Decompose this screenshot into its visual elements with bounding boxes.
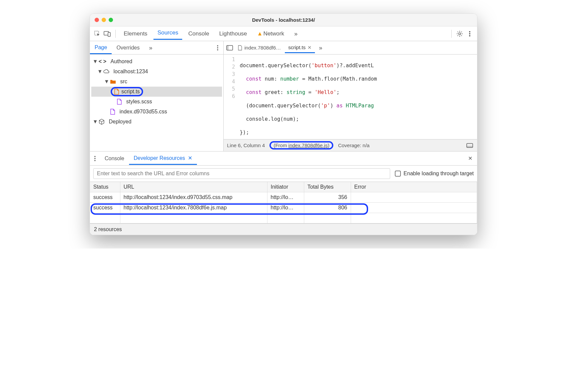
tree-file-styles-scss[interactable]: styles.scss	[91, 97, 222, 107]
checkbox-label: Enable loading through target	[404, 171, 474, 177]
tree-label: localhost:1234	[113, 69, 148, 75]
tree-folder-src[interactable]: ▼ src	[91, 77, 222, 87]
highlight-ring: script.ts	[111, 87, 143, 96]
svg-rect-13	[467, 146, 473, 148]
tree-group-authored[interactable]: ▼< > Authored	[91, 57, 222, 67]
code-editor[interactable]: 123456 document.querySelector('button')?…	[224, 55, 477, 139]
close-drawer-tab-icon[interactable]: ✕	[188, 155, 192, 161]
cloud-icon	[103, 69, 109, 74]
tree-file-script-ts[interactable]: script.ts	[91, 87, 222, 97]
tree-label: Authored	[111, 59, 132, 65]
close-window-button[interactable]	[95, 18, 99, 22]
col-error[interactable]: Error	[351, 182, 477, 192]
more-tabs-button[interactable]: »	[290, 29, 302, 38]
file-icon	[117, 99, 122, 105]
settings-gear-icon[interactable]	[456, 30, 464, 38]
table-header-row: Status URL Initiator Total Bytes Error	[90, 182, 477, 192]
nav-tab-overrides[interactable]: Overrides	[112, 42, 144, 54]
zoom-window-button[interactable]	[109, 18, 113, 22]
navigator-tabs: Page Overrides »	[90, 41, 223, 55]
tree-label: src	[120, 79, 127, 85]
search-input[interactable]	[93, 168, 390, 179]
editor-tab-script[interactable]: script.ts ✕	[285, 42, 315, 53]
drawer: Console Developer Resources ✕ ✕ Enable l…	[90, 152, 477, 235]
folder-icon	[110, 79, 116, 84]
drawer-tab-label: Developer Resources	[134, 155, 185, 161]
tree-host[interactable]: ▼ localhost:1234	[91, 67, 222, 77]
file-tree: ▼< > Authored ▼ localhost:1234 ▼ src scr…	[90, 55, 223, 151]
file-icon	[114, 89, 119, 95]
resources-table: Status URL Initiator Total Bytes Error s…	[90, 182, 477, 223]
svg-point-9	[217, 49, 218, 51]
separator	[115, 30, 116, 38]
enable-loading-toggle[interactable]: Enable loading through target	[395, 171, 474, 177]
tab-network[interactable]: ▲Network	[253, 29, 288, 38]
toggle-debugger-icon[interactable]	[466, 141, 474, 150]
editor-pane: index.7808df6… script.ts ✕ » 123456 docu…	[224, 41, 477, 151]
resources-table-wrap: Status URL Initiator Total Bytes Error s…	[90, 182, 477, 223]
window-title: DevTools - localhost:1234/	[90, 17, 477, 23]
table-row[interactable]: success http://localhost:1234/index.d970…	[90, 192, 477, 203]
coverage-status: Coverage: n/a	[338, 142, 369, 148]
close-drawer-icon[interactable]: ✕	[463, 155, 477, 162]
col-initiator[interactable]: Initiator	[267, 182, 304, 192]
kebab-menu-icon[interactable]	[466, 30, 474, 38]
drawer-controls: Enable loading through target	[90, 166, 477, 182]
source-map-link[interactable]: (From index.7808df6e.js)	[273, 142, 329, 148]
col-status[interactable]: Status	[90, 182, 120, 192]
svg-point-4	[469, 31, 470, 32]
titlebar: DevTools - localhost:1234/	[90, 14, 477, 26]
separator	[451, 30, 452, 38]
devtools-window: DevTools - localhost:1234/ Elements Sour…	[90, 13, 477, 235]
editor-more-tabs[interactable]: »	[316, 43, 326, 53]
tab-lighthouse[interactable]: Lighthouse	[215, 29, 251, 38]
main-toolbar: Elements Sources Console Lighthouse ▲Net…	[90, 26, 477, 41]
svg-rect-2	[108, 32, 110, 36]
svg-point-16	[94, 160, 96, 161]
table-row[interactable]: success http://localhost:1234/index.7808…	[90, 203, 477, 213]
code-icon: < >	[99, 59, 106, 65]
toggle-navigator-icon[interactable]	[226, 44, 234, 52]
nav-more-tabs[interactable]: »	[144, 42, 157, 54]
device-toolbar-icon[interactable]	[103, 30, 111, 38]
checkbox-icon	[395, 171, 401, 177]
file-icon	[238, 45, 242, 51]
minimize-window-button[interactable]	[102, 18, 106, 22]
tree-file-index-css[interactable]: index.d9703d55.css	[91, 107, 222, 117]
editor-tab-index[interactable]: index.7808df6…	[234, 43, 284, 53]
traffic-lights	[90, 18, 113, 22]
drawer-statusbar: 2 resources	[90, 223, 477, 235]
source-map-link-highlight: (From index.7808df6e.js)	[269, 141, 333, 150]
tab-console[interactable]: Console	[184, 29, 213, 38]
sources-split: Page Overrides » ▼< > Authored ▼ localho…	[90, 41, 477, 152]
tab-elements[interactable]: Elements	[120, 29, 151, 38]
tree-label: script.ts	[121, 89, 140, 95]
tree-group-deployed[interactable]: ▼ Deployed	[91, 117, 222, 127]
table-row-empty	[90, 213, 477, 223]
nav-tab-page[interactable]: Page	[90, 42, 112, 54]
drawer-tab-console[interactable]: Console	[100, 153, 129, 164]
tree-label: styles.scss	[126, 99, 152, 105]
svg-point-6	[469, 35, 470, 36]
tree-label: Deployed	[109, 119, 131, 125]
col-total-bytes[interactable]: Total Bytes	[304, 182, 351, 192]
tree-label: index.d9703d55.css	[119, 109, 167, 115]
editor-statusbar: Line 6, Column 4 (From index.7808df6e.js…	[224, 139, 477, 151]
editor-tabs: index.7808df6… script.ts ✕ »	[224, 41, 477, 55]
drawer-kebab-icon[interactable]	[90, 156, 100, 162]
editor-tab-label: index.7808df6…	[244, 45, 281, 51]
svg-point-8	[217, 47, 218, 48]
drawer-tab-dev-resources[interactable]: Developer Resources ✕	[129, 152, 197, 165]
svg-point-7	[217, 45, 218, 46]
tab-network-label: Network	[263, 30, 284, 37]
cursor-position: Line 6, Column 4	[227, 142, 265, 148]
inspect-element-icon[interactable]	[93, 30, 101, 38]
navigator-pane: Page Overrides » ▼< > Authored ▼ localho…	[90, 41, 224, 151]
drawer-tabs: Console Developer Resources ✕ ✕	[90, 152, 477, 166]
close-tab-icon[interactable]: ✕	[308, 45, 312, 50]
nav-kebab-icon[interactable]	[212, 45, 223, 51]
col-url[interactable]: URL	[120, 182, 267, 192]
svg-rect-11	[227, 45, 229, 50]
svg-point-3	[459, 33, 461, 35]
tab-sources[interactable]: Sources	[153, 28, 182, 40]
